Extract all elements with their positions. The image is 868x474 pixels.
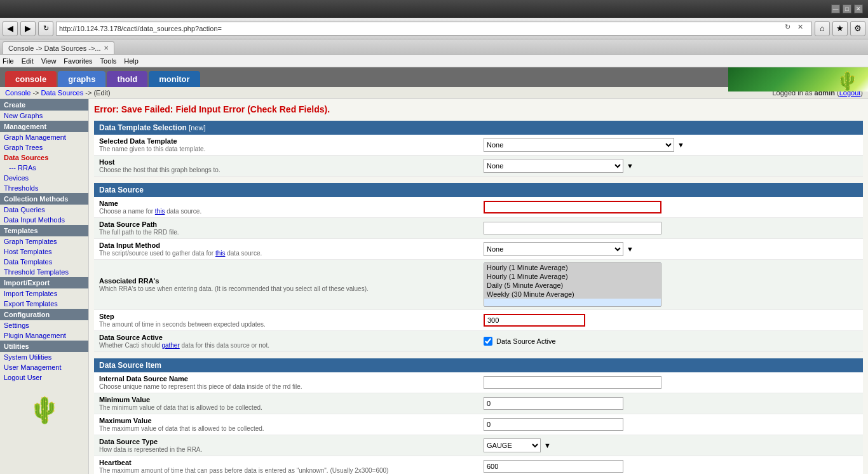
sidebar-item-plugin-management[interactable]: Plugin Management [0, 330, 88, 341]
maximize-button[interactable]: □ [843, 4, 851, 13]
field-value-cell: None ▼ [478, 239, 863, 260]
data-source-active-label: Data Source Active [496, 337, 556, 345]
table-row: Heartbeat The maximum amount of time tha… [94, 456, 863, 475]
field-label-cell: Data Source Active Whether Cacti should … [94, 331, 478, 352]
main-layout: Create New Graphs Management Graph Manag… [0, 99, 868, 474]
sidebar-item-graph-management[interactable]: Graph Management [0, 132, 88, 142]
field-value-cell: None ▼ [478, 135, 863, 156]
field-desc-associated-rras: Which RRA's to use when entering data. (… [99, 285, 369, 292]
field-value-cell [478, 218, 863, 239]
tab-label: Console -> Data Sources ->... [8, 44, 101, 52]
sidebar-item-graph-templates[interactable]: Graph Templates [0, 236, 88, 247]
sidebar-item-logout-user[interactable]: Logout User [0, 372, 88, 383]
host-dropdown-arrow-icon: ▼ [627, 162, 634, 170]
sidebar-item-system-utilities[interactable]: System Utilities [0, 352, 88, 362]
table-row: Name Choose a name for this data source. [94, 197, 863, 218]
field-desc-data-input-method: The script/source used to gather data fo… [99, 250, 262, 257]
table-row: Data Source Path The full path to the RR… [94, 218, 863, 239]
sidebar-item-thresholds[interactable]: Thresholds [0, 183, 88, 193]
section-header-data-source-item: Data Source Item [94, 358, 863, 372]
sidebar-item-data-input-methods[interactable]: Data Input Methods [0, 215, 88, 225]
minimum-value-input[interactable] [484, 397, 623, 410]
field-value-cell [478, 393, 863, 414]
nav-tab-thold[interactable]: thold [107, 71, 147, 87]
settings-button[interactable]: ⚙ [850, 21, 865, 36]
breadcrumb-console[interactable]: Console [5, 89, 31, 97]
data-input-method-select[interactable]: None [484, 242, 623, 256]
refresh-icon[interactable]: ↻ [785, 23, 796, 34]
sidebar-group-management: Management [0, 121, 88, 132]
associated-rras-listbox[interactable]: Hourly (1 Minute Average) Hourly (1 Minu… [484, 262, 661, 307]
table-row: Selected Data Template The name given to… [94, 135, 863, 156]
nav-tab-graphs[interactable]: graphs [58, 71, 105, 87]
breadcrumb-data-sources[interactable]: Data Sources [41, 89, 84, 97]
field-label-data-input-method: Data Input Method [99, 241, 473, 249]
field-value-cell: None ▼ [478, 156, 863, 177]
browser-tab-active[interactable]: Console -> Data Sources ->... ✕ [3, 41, 114, 54]
data-source-active-checkbox[interactable] [484, 337, 492, 346]
field-label-data-source-type: Data Source Type [99, 438, 473, 445]
field-label-selected-data-template: Selected Data Template [99, 137, 473, 145]
nav-tab-monitor[interactable]: monitor [149, 71, 200, 87]
field-label-cell: Data Input Method The script/source used… [94, 239, 478, 260]
window-controls[interactable]: — □ ✕ [831, 4, 863, 13]
field-desc-heartbeat: The maximum amount of time that can pass… [99, 467, 388, 474]
tab-close-icon[interactable]: ✕ [104, 44, 109, 51]
field-label-maximum-value: Maximum Value [99, 417, 473, 424]
sidebar-item-settings[interactable]: Settings [0, 320, 88, 330]
sidebar-item-data-queries[interactable]: Data Queries [0, 205, 88, 215]
address-text: http://10.124.73.178/cacti/data_sources.… [59, 25, 785, 32]
data-source-item-table: Internal Data Source Name Choose unique … [94, 372, 863, 474]
field-value-cell: Data Source Active [478, 331, 863, 352]
data-source-type-select[interactable]: GAUGE COUNTER DERIVE ABSOLUTE [484, 438, 541, 452]
field-desc-name: Choose a name for this data source. [99, 208, 201, 215]
nav-tab-console[interactable]: console [5, 71, 57, 87]
internal-data-source-name-input[interactable] [484, 376, 661, 389]
address-bar[interactable]: http://10.124.73.178/cacti/data_sources.… [56, 22, 812, 36]
sidebar-item-threshold-templates[interactable]: Threshold Templates [0, 267, 88, 277]
step-input[interactable] [484, 314, 585, 327]
minimize-button[interactable]: — [831, 4, 840, 13]
sidebar-item-import-templates[interactable]: Import Templates [0, 288, 88, 299]
reload-button[interactable]: ↻ [38, 21, 53, 36]
error-message: Error: Save Failed: Field Input Error (C… [94, 104, 863, 114]
sidebar-item-export-templates[interactable]: Export Templates [0, 299, 88, 309]
field-label-data-source-active: Data Source Active [99, 334, 473, 341]
table-row: Data Source Type How data is represented… [94, 435, 863, 456]
bookmarks-button[interactable]: ★ [832, 21, 848, 36]
selected-data-template-select[interactable]: None [484, 138, 674, 152]
table-row: Data Source Active Whether Cacti should … [94, 331, 863, 352]
menu-file[interactable]: File [3, 57, 14, 65]
back-button[interactable]: ◀ [3, 21, 18, 36]
table-row: Associated RRA's Which RRA's to use when… [94, 260, 863, 310]
menu-help[interactable]: Help [124, 57, 139, 65]
menu-favorites[interactable]: Favorites [64, 57, 92, 65]
sidebar-item-data-sources[interactable]: Data Sources [0, 152, 88, 163]
sidebar-item-data-templates[interactable]: Data Templates [0, 257, 88, 267]
sidebar-item-new-graphs[interactable]: New Graphs [0, 111, 88, 121]
data-source-path-input[interactable] [484, 222, 661, 234]
home-button[interactable]: ⌂ [815, 21, 830, 36]
breadcrumb: Console -> Data Sources -> (Edit) [5, 89, 111, 97]
sidebar-item-devices[interactable]: Devices [0, 173, 88, 183]
host-select[interactable]: None [484, 159, 623, 173]
sidebar-item-host-templates[interactable]: Host Templates [0, 247, 88, 257]
menu-edit[interactable]: Edit [22, 57, 34, 65]
heartbeat-input[interactable] [484, 460, 623, 473]
forward-button[interactable]: ▶ [20, 21, 36, 36]
maximum-value-input[interactable] [484, 418, 623, 431]
field-label-minimum-value: Minimum Value [99, 396, 473, 403]
close-address-icon[interactable]: ✕ [797, 23, 809, 34]
data-source-table: Name Choose a name for this data source.… [94, 197, 863, 352]
menu-bar: File Edit View Favorites Tools Help [0, 55, 868, 67]
close-button[interactable]: ✕ [854, 4, 863, 13]
sidebar-item-user-management[interactable]: User Management [0, 362, 88, 372]
sidebar-item-graph-trees[interactable]: Graph Trees [0, 142, 88, 152]
menu-tools[interactable]: Tools [100, 57, 117, 65]
field-label-cell: Data Source Path The full path to the RR… [94, 218, 478, 239]
table-row: Data Input Method The script/source used… [94, 239, 863, 260]
menu-view[interactable]: View [41, 57, 57, 65]
field-value-cell: GAUGE COUNTER DERIVE ABSOLUTE ▼ [478, 435, 863, 456]
sidebar-item-rras[interactable]: --- RRAs [0, 163, 88, 173]
name-input[interactable] [484, 201, 661, 213]
